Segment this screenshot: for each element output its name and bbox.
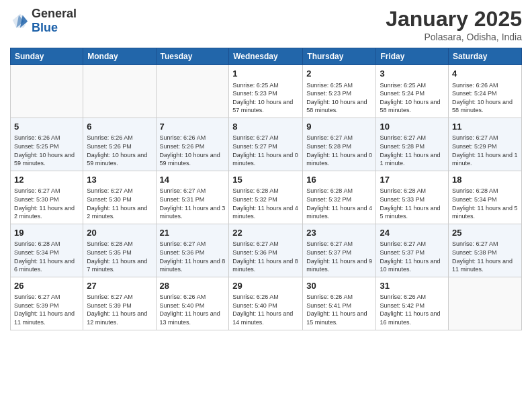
- day-info: Sunrise: 6:27 AM Sunset: 5:36 PM Dayligh…: [160, 240, 226, 273]
- day-info: Sunrise: 6:27 AM Sunset: 5:30 PM Dayligh…: [14, 187, 79, 220]
- table-row: 22Sunrise: 6:27 AM Sunset: 5:36 PM Dayli…: [229, 224, 303, 277]
- logo-icon: [10, 11, 29, 30]
- table-row: 1Sunrise: 6:25 AM Sunset: 5:23 PM Daylig…: [229, 65, 303, 118]
- col-monday: Monday: [83, 48, 156, 65]
- day-info: Sunrise: 6:26 AM Sunset: 5:26 PM Dayligh…: [160, 134, 226, 167]
- table-row: 3Sunrise: 6:25 AM Sunset: 5:24 PM Daylig…: [376, 65, 449, 118]
- day-number: 26: [14, 280, 79, 292]
- calendar-week-row: 26Sunrise: 6:27 AM Sunset: 5:39 PM Dayli…: [11, 277, 522, 330]
- month-title: January 2025: [386, 7, 522, 32]
- calendar-header-row: Sunday Monday Tuesday Wednesday Thursday…: [11, 48, 522, 65]
- table-row: 10Sunrise: 6:27 AM Sunset: 5:28 PM Dayli…: [376, 118, 449, 171]
- day-number: 11: [452, 121, 518, 133]
- table-row: 30Sunrise: 6:26 AM Sunset: 5:41 PM Dayli…: [303, 277, 376, 330]
- day-number: 10: [380, 121, 445, 133]
- day-info: Sunrise: 6:27 AM Sunset: 5:29 PM Dayligh…: [452, 134, 518, 167]
- day-info: Sunrise: 6:26 AM Sunset: 5:42 PM Dayligh…: [380, 293, 445, 326]
- day-info: Sunrise: 6:26 AM Sunset: 5:41 PM Dayligh…: [306, 293, 372, 326]
- day-info: Sunrise: 6:28 AM Sunset: 5:32 PM Dayligh…: [232, 187, 299, 220]
- table-row: 25Sunrise: 6:27 AM Sunset: 5:38 PM Dayli…: [449, 224, 522, 277]
- day-number: 30: [306, 280, 372, 292]
- day-info: Sunrise: 6:28 AM Sunset: 5:32 PM Dayligh…: [306, 187, 372, 220]
- col-wednesday: Wednesday: [229, 48, 303, 65]
- day-number: 27: [87, 280, 152, 292]
- table-row: 15Sunrise: 6:28 AM Sunset: 5:32 PM Dayli…: [229, 171, 303, 224]
- table-row: [449, 277, 522, 330]
- day-number: 20: [87, 227, 152, 239]
- table-row: 29Sunrise: 6:26 AM Sunset: 5:40 PM Dayli…: [229, 277, 303, 330]
- day-info: Sunrise: 6:26 AM Sunset: 5:40 PM Dayligh…: [232, 293, 299, 326]
- day-number: 15: [232, 174, 299, 186]
- day-info: Sunrise: 6:27 AM Sunset: 5:36 PM Dayligh…: [232, 240, 299, 273]
- table-row: 13Sunrise: 6:27 AM Sunset: 5:30 PM Dayli…: [83, 171, 156, 224]
- header: General Blue January 2025 Polasara, Odis…: [10, 7, 522, 42]
- day-number: 6: [87, 121, 152, 133]
- table-row: 9Sunrise: 6:27 AM Sunset: 5:28 PM Daylig…: [303, 118, 376, 171]
- day-info: Sunrise: 6:26 AM Sunset: 5:24 PM Dayligh…: [452, 81, 518, 115]
- day-number: 3: [380, 68, 445, 80]
- logo-general: General: [32, 7, 77, 20]
- day-number: 8: [232, 121, 299, 133]
- table-row: 14Sunrise: 6:27 AM Sunset: 5:31 PM Dayli…: [156, 171, 229, 224]
- day-info: Sunrise: 6:26 AM Sunset: 5:40 PM Dayligh…: [160, 293, 226, 326]
- day-number: 13: [87, 174, 152, 186]
- logo: General Blue: [10, 7, 77, 35]
- day-number: 24: [380, 227, 445, 239]
- col-saturday: Saturday: [449, 48, 522, 65]
- table-row: 8Sunrise: 6:27 AM Sunset: 5:27 PM Daylig…: [229, 118, 303, 171]
- day-info: Sunrise: 6:27 AM Sunset: 5:28 PM Dayligh…: [380, 134, 445, 167]
- day-number: 29: [232, 280, 299, 292]
- logo-blue: Blue: [32, 21, 58, 34]
- day-number: 17: [380, 174, 445, 186]
- day-number: 16: [306, 174, 372, 186]
- table-row: 2Sunrise: 6:25 AM Sunset: 5:23 PM Daylig…: [303, 65, 376, 118]
- col-sunday: Sunday: [11, 48, 83, 65]
- calendar-week-row: 5Sunrise: 6:26 AM Sunset: 5:25 PM Daylig…: [11, 118, 522, 171]
- day-number: 7: [160, 121, 226, 133]
- calendar-week-row: 12Sunrise: 6:27 AM Sunset: 5:30 PM Dayli…: [11, 171, 522, 224]
- day-info: Sunrise: 6:27 AM Sunset: 5:37 PM Dayligh…: [380, 240, 445, 273]
- table-row: [83, 65, 156, 118]
- day-info: Sunrise: 6:27 AM Sunset: 5:37 PM Dayligh…: [306, 240, 372, 273]
- day-info: Sunrise: 6:27 AM Sunset: 5:31 PM Dayligh…: [160, 187, 226, 220]
- day-info: Sunrise: 6:27 AM Sunset: 5:39 PM Dayligh…: [14, 293, 79, 326]
- day-number: 31: [380, 280, 445, 292]
- day-number: 18: [452, 174, 518, 186]
- table-row: 5Sunrise: 6:26 AM Sunset: 5:25 PM Daylig…: [11, 118, 83, 171]
- calendar: Sunday Monday Tuesday Wednesday Thursday…: [10, 48, 522, 330]
- day-info: Sunrise: 6:26 AM Sunset: 5:26 PM Dayligh…: [87, 134, 152, 167]
- day-info: Sunrise: 6:28 AM Sunset: 5:34 PM Dayligh…: [452, 187, 518, 220]
- title-block: January 2025 Polasara, Odisha, India: [386, 7, 522, 42]
- day-info: Sunrise: 6:28 AM Sunset: 5:33 PM Dayligh…: [380, 187, 445, 220]
- table-row: 17Sunrise: 6:28 AM Sunset: 5:33 PM Dayli…: [376, 171, 449, 224]
- day-info: Sunrise: 6:28 AM Sunset: 5:35 PM Dayligh…: [87, 240, 152, 273]
- table-row: 4Sunrise: 6:26 AM Sunset: 5:24 PM Daylig…: [449, 65, 522, 118]
- table-row: 20Sunrise: 6:28 AM Sunset: 5:35 PM Dayli…: [83, 224, 156, 277]
- table-row: [156, 65, 229, 118]
- day-info: Sunrise: 6:25 AM Sunset: 5:23 PM Dayligh…: [232, 81, 299, 115]
- day-info: Sunrise: 6:27 AM Sunset: 5:38 PM Dayligh…: [452, 240, 518, 273]
- day-number: 12: [14, 174, 79, 186]
- table-row: 26Sunrise: 6:27 AM Sunset: 5:39 PM Dayli…: [11, 277, 83, 330]
- table-row: 19Sunrise: 6:28 AM Sunset: 5:34 PM Dayli…: [11, 224, 83, 277]
- col-friday: Friday: [376, 48, 449, 65]
- table-row: 23Sunrise: 6:27 AM Sunset: 5:37 PM Dayli…: [303, 224, 376, 277]
- day-number: 14: [160, 174, 226, 186]
- col-tuesday: Tuesday: [156, 48, 229, 65]
- day-number: 25: [452, 227, 518, 239]
- location-title: Polasara, Odisha, India: [386, 32, 522, 42]
- day-number: 28: [160, 280, 226, 292]
- table-row: 16Sunrise: 6:28 AM Sunset: 5:32 PM Dayli…: [303, 171, 376, 224]
- day-number: 2: [306, 68, 372, 80]
- table-row: 18Sunrise: 6:28 AM Sunset: 5:34 PM Dayli…: [449, 171, 522, 224]
- table-row: 28Sunrise: 6:26 AM Sunset: 5:40 PM Dayli…: [156, 277, 229, 330]
- page: General Blue January 2025 Polasara, Odis…: [0, 0, 532, 411]
- day-number: 21: [160, 227, 226, 239]
- table-row: 21Sunrise: 6:27 AM Sunset: 5:36 PM Dayli…: [156, 224, 229, 277]
- table-row: 12Sunrise: 6:27 AM Sunset: 5:30 PM Dayli…: [11, 171, 83, 224]
- day-number: 4: [452, 68, 518, 80]
- day-info: Sunrise: 6:27 AM Sunset: 5:39 PM Dayligh…: [87, 293, 152, 326]
- logo-text: General Blue: [32, 7, 77, 35]
- day-number: 22: [232, 227, 299, 239]
- table-row: [11, 65, 83, 118]
